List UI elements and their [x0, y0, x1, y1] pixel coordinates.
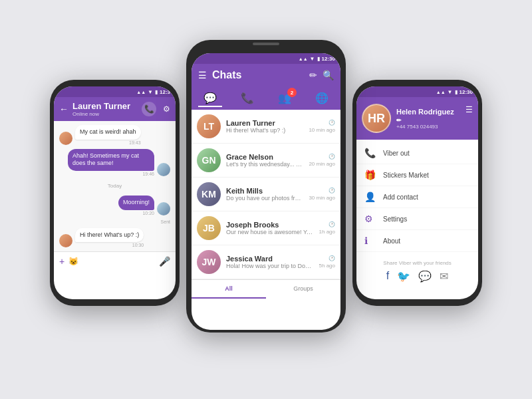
plus-button[interactable]: +: [59, 256, 65, 267]
chat-tab-icon: 💬: [203, 92, 217, 104]
about-item[interactable]: ℹ About: [356, 230, 478, 252]
tab-chats[interactable]: 💬: [198, 90, 222, 106]
chat-name: Joseph Brooks: [226, 221, 314, 229]
chat-meta: 🕐 5h ago: [319, 255, 335, 269]
menu-label: About: [383, 237, 400, 245]
signal-icon: ▲▲: [299, 57, 308, 61]
message-time: 10:30: [75, 243, 144, 247]
menu-label: Stickers Market: [383, 172, 429, 179]
message-bubble: Moorning!: [118, 196, 154, 210]
twitter-button[interactable]: 🐦: [397, 270, 410, 283]
tab-all[interactable]: All: [192, 280, 266, 299]
clock-icon: 🕐: [329, 255, 335, 261]
email-share-button[interactable]: ✉: [440, 270, 448, 283]
message-row: My cat is weird! ahah 19:43: [59, 125, 170, 145]
profile-menu: 📞 Viber out 🎁 Stickers Market 👤 Add cont…: [356, 140, 478, 255]
phone-call-button[interactable]: 📞: [142, 102, 156, 116]
viber-share-button[interactable]: 💬: [418, 270, 432, 283]
chat-meta: 🕐 1h ago: [319, 221, 335, 235]
viber-out-item[interactable]: 📞 Viber out: [356, 142, 478, 164]
phone-right: ▲▲ ▼ ▮ 12:30 HR Helen Rodriguez ✏ +44 75…: [352, 80, 482, 306]
chat-preview: Hola! How was your trip to Dominican Rep…: [226, 263, 314, 269]
profile-phone: +44 7543 024493: [396, 124, 460, 130]
stickers-market-item[interactable]: 🎁 Stickers Market: [356, 164, 478, 186]
left-status-bar: ▲▲ ▼ ▮ 12:3: [54, 86, 176, 97]
avatar-small: [157, 163, 170, 176]
facebook-button[interactable]: f: [386, 270, 389, 283]
status-time: 12:3: [160, 89, 170, 95]
avatar: LT: [197, 114, 221, 138]
profile-header: HR Helen Rodriguez ✏ +44 7543 024493 ☰: [356, 97, 478, 140]
profile-name: Helen Rodriguez ✏: [396, 108, 460, 124]
chat-preview: Hi there! What's up? :): [226, 127, 303, 134]
left-input-bar: + 😺 🎤: [54, 251, 176, 271]
mic-button[interactable]: 🎤: [159, 256, 170, 267]
message-row: Moorning! 10:20: [59, 196, 170, 215]
message-bubble: Hi there! What's up? :): [75, 228, 144, 243]
chat-preview: Do you have our photos from the nye?: [226, 195, 303, 201]
chat-info: Lauren Turner Hi there! What's up? :): [226, 119, 303, 134]
tab-more[interactable]: 🌐: [310, 90, 334, 106]
avatar-small: [157, 202, 170, 215]
wifi-icon: ▼: [310, 56, 315, 62]
chat-time: 30 min ago: [309, 195, 335, 201]
share-label: Share Viber with your friends: [364, 260, 470, 266]
chat-name: Keith Mills: [226, 187, 303, 195]
date-divider: Today: [59, 180, 170, 192]
menu-button[interactable]: ☰: [466, 105, 473, 114]
menu-label: Add contact: [383, 194, 418, 201]
chat-item[interactable]: KM Keith Mills Do you have our photos fr…: [192, 178, 340, 211]
message-time: 19:46: [68, 172, 154, 176]
calls-tab-icon: 📞: [241, 92, 254, 104]
add-contact-item[interactable]: 👤 Add contact: [356, 186, 478, 208]
tab-calls[interactable]: 📞: [235, 90, 259, 106]
clock-icon: 🕐: [329, 221, 335, 227]
message-time: 10:20: [118, 211, 154, 215]
phones-container: ▲▲ ▼ ▮ 12:3 ← Lauren Turner Online now 📞…: [0, 0, 532, 399]
chat-meta: 🕐 20 min ago: [309, 154, 335, 167]
message-bubble: My cat is weird! ahah: [75, 125, 141, 140]
tab-contacts[interactable]: 👥 2: [273, 90, 297, 106]
battery-icon: ▮: [155, 89, 158, 95]
phone-icon: 📞: [364, 148, 376, 158]
chat-item[interactable]: JW Jessica Ward Hola! How was your trip …: [192, 245, 340, 279]
chat-list: LT Lauren Turner Hi there! What's up? :)…: [192, 110, 340, 279]
chat-info: Joseph Brooks Our new house is awesome! …: [226, 221, 314, 235]
battery-icon: ▮: [317, 56, 320, 62]
stickers-icon: 🎁: [364, 170, 376, 180]
back-button[interactable]: ←: [59, 104, 68, 114]
wifi-icon: ▼: [148, 89, 153, 95]
message-row: Ahah! Sometimes my cat does the same! 19…: [59, 149, 170, 176]
sticker-button[interactable]: 😺: [68, 257, 78, 266]
chat-item[interactable]: LT Lauren Turner Hi there! What's up? :)…: [192, 110, 340, 144]
settings-icon: ⚙: [364, 213, 376, 224]
edit-icon[interactable]: ✏: [396, 117, 402, 124]
social-icons: f 🐦 💬 ✉: [364, 266, 470, 287]
center-status-bar: ▲▲ ▼ ▮ 12:30: [192, 53, 340, 64]
wifi-icon: ▼: [448, 89, 453, 95]
chat-contact-name: Lauren Turner: [72, 101, 138, 111]
avatar: KM: [197, 182, 221, 206]
search-button[interactable]: 🔍: [323, 70, 334, 80]
chat-name: Jessica Ward: [226, 255, 314, 263]
chat-item[interactable]: GN Grace Nelson Let's try this wednesday…: [192, 144, 340, 178]
edit-button[interactable]: ✏: [309, 70, 317, 80]
chat-meta: 🕐 10 min ago: [309, 120, 335, 133]
sent-label: Sent: [59, 219, 170, 224]
chat-name: Lauren Turner: [226, 119, 303, 127]
add-contact-icon: 👤: [364, 192, 376, 202]
menu-button[interactable]: ☰: [198, 70, 207, 80]
chat-name: Grace Nelson: [226, 153, 303, 161]
phone-center: ▲▲ ▼ ▮ 12:30 ☰ Chats ✏ 🔍 💬 📞: [186, 40, 346, 332]
settings-button[interactable]: ⚙: [163, 104, 170, 114]
clock-icon: 🕐: [329, 188, 335, 194]
avatar: JB: [197, 216, 221, 240]
chat-time: 5h ago: [319, 263, 335, 269]
chat-info: Keith Mills Do you have our photos from …: [226, 187, 303, 201]
settings-item[interactable]: ⚙ Settings: [356, 208, 478, 230]
chats-header: ☰ Chats ✏ 🔍: [192, 64, 340, 86]
tab-groups[interactable]: Groups: [266, 280, 340, 299]
chat-item[interactable]: JB Joseph Brooks Our new house is awesom…: [192, 211, 340, 245]
signal-icon: ▲▲: [136, 90, 146, 94]
right-status-bar: ▲▲ ▼ ▮ 12:30: [356, 86, 478, 97]
